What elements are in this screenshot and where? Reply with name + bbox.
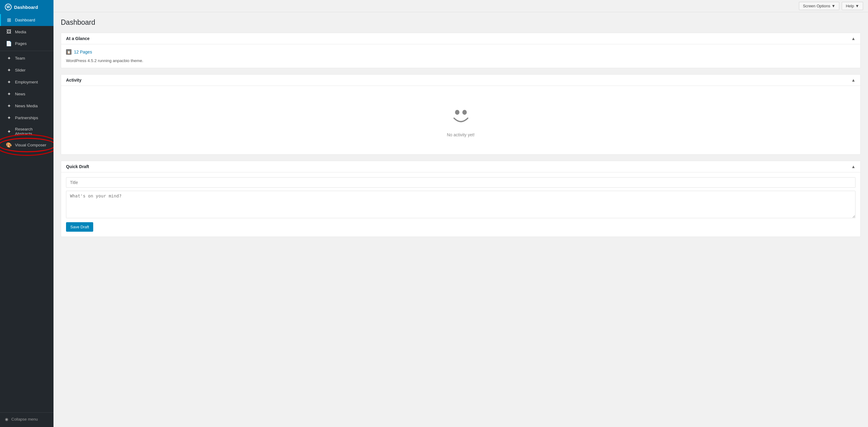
screen-options-chevron: ▼	[832, 4, 836, 8]
sidebar-label-visual-composer: Visual Composer	[15, 143, 46, 147]
research-abstracts-icon: ✦	[6, 129, 12, 134]
wp-version-text: WordPress 4.5.2 running anpacbio theme.	[66, 58, 856, 63]
sidebar-label-news: News	[15, 92, 25, 96]
at-a-glance-body: 📋 12 Pages WordPress 4.5.2 running anpac…	[61, 44, 860, 68]
at-a-glance-toggle[interactable]: ▲	[851, 36, 856, 41]
pages-count-link[interactable]: 📋 12 Pages	[66, 49, 856, 55]
employment-icon: ✦	[6, 79, 12, 85]
activity-empty-state: No activity yet!	[66, 91, 856, 149]
save-draft-label: Save Draft	[70, 225, 89, 229]
sidebar-label-research-abstracts: Research Abstracts	[15, 127, 49, 136]
screen-options-label: Screen Options	[803, 4, 830, 8]
dashboard-icon: ⊞	[6, 17, 12, 23]
sidebar-label-team: Team	[15, 56, 25, 61]
sidebar-label-slider: Slider	[15, 68, 26, 72]
help-chevron: ▼	[855, 4, 859, 8]
quick-draft-title-input[interactable]	[66, 177, 856, 188]
quick-draft-body: Save Draft	[61, 173, 860, 237]
quick-draft-toggle[interactable]: ▲	[851, 164, 856, 169]
collapse-icon: ◉	[5, 417, 8, 422]
sidebar-item-media[interactable]: 🖼 Media	[0, 26, 54, 38]
pages-icon: 📄	[6, 41, 12, 47]
svg-point-1	[455, 110, 459, 115]
media-icon: 🖼	[6, 29, 12, 34]
at-a-glance-header: At a Glance ▲	[61, 33, 860, 44]
smiley-face-icon	[449, 103, 473, 127]
sidebar-logo[interactable]: W Dashboard	[0, 0, 54, 14]
page-doc-icon: 📋	[66, 49, 71, 55]
activity-body: No activity yet!	[61, 86, 860, 154]
help-button[interactable]: Help ▼	[842, 2, 863, 10]
collapse-menu-button[interactable]: ◉ Collapse menu	[0, 414, 54, 425]
quick-draft-header: Quick Draft ▲	[61, 161, 860, 173]
sidebar-bottom: ◉ Collapse menu	[0, 411, 54, 427]
news-media-icon: ✦	[6, 103, 12, 109]
at-a-glance-panel: At a Glance ▲ 📋 12 Pages WordPress 4.5.2…	[61, 33, 861, 68]
news-icon: ✦	[6, 91, 12, 97]
screen-options-button[interactable]: Screen Options ▼	[799, 2, 839, 10]
save-draft-button[interactable]: Save Draft	[66, 222, 93, 232]
team-icon: ✦	[6, 55, 12, 61]
slider-icon: ✦	[6, 67, 12, 73]
quick-draft-title: Quick Draft	[66, 164, 89, 169]
sidebar-divider-2	[0, 412, 54, 413]
help-label: Help	[846, 4, 854, 8]
activity-panel: Activity ▲ No activity yet!	[61, 74, 861, 155]
sidebar-label-news-media: News Media	[15, 103, 38, 108]
sidebar-logo-label: Dashboard	[14, 5, 38, 10]
sidebar-item-team[interactable]: ✦ Team	[0, 52, 54, 64]
page-title: Dashboard	[61, 18, 861, 27]
visual-composer-icon: 🎨	[6, 142, 12, 148]
svg-point-2	[462, 110, 466, 115]
partnerships-icon: ✦	[6, 115, 12, 121]
sidebar-label-partnerships: Partnerships	[15, 116, 38, 120]
sidebar-item-employment[interactable]: ✦ Employment	[0, 76, 54, 88]
sidebar: W Dashboard ⊞ Dashboard 🖼 Media 📄 Pages …	[0, 0, 54, 427]
activity-empty-text: No activity yet!	[447, 132, 475, 137]
sidebar-label-employment: Employment	[15, 80, 38, 84]
sidebar-item-pages[interactable]: 📄 Pages	[0, 38, 54, 50]
activity-toggle[interactable]: ▲	[851, 78, 856, 83]
sidebar-item-slider[interactable]: ✦ Slider	[0, 64, 54, 76]
sidebar-label-media: Media	[15, 30, 26, 34]
main-content: Screen Options ▼ Help ▼ Dashboard At a G…	[54, 0, 868, 427]
topbar: Screen Options ▼ Help ▼	[54, 0, 868, 12]
sidebar-label-pages: Pages	[15, 41, 27, 46]
quick-draft-panel: Quick Draft ▲ Save Draft	[61, 161, 861, 237]
collapse-label: Collapse menu	[11, 417, 38, 422]
sidebar-item-partnerships[interactable]: ✦ Partnerships	[0, 112, 54, 124]
activity-header: Activity ▲	[61, 74, 860, 86]
at-a-glance-title: At a Glance	[66, 36, 90, 41]
page-content: Dashboard At a Glance ▲ 📋 12 Pages WordP…	[54, 12, 868, 427]
wordpress-icon: W	[5, 4, 11, 10]
sidebar-label-dashboard: Dashboard	[15, 18, 35, 22]
sidebar-item-visual-composer[interactable]: 🎨 Visual Composer	[0, 139, 54, 151]
sidebar-item-news[interactable]: ✦ News	[0, 88, 54, 100]
quick-draft-content-textarea[interactable]	[66, 191, 856, 218]
activity-title: Activity	[66, 78, 82, 83]
sidebar-item-dashboard[interactable]: ⊞ Dashboard	[0, 14, 54, 26]
sidebar-item-news-media[interactable]: ✦ News Media	[0, 100, 54, 112]
sidebar-item-research-abstracts[interactable]: ✦ Research Abstracts	[0, 124, 54, 139]
pages-count-text: 12 Pages	[74, 50, 92, 54]
